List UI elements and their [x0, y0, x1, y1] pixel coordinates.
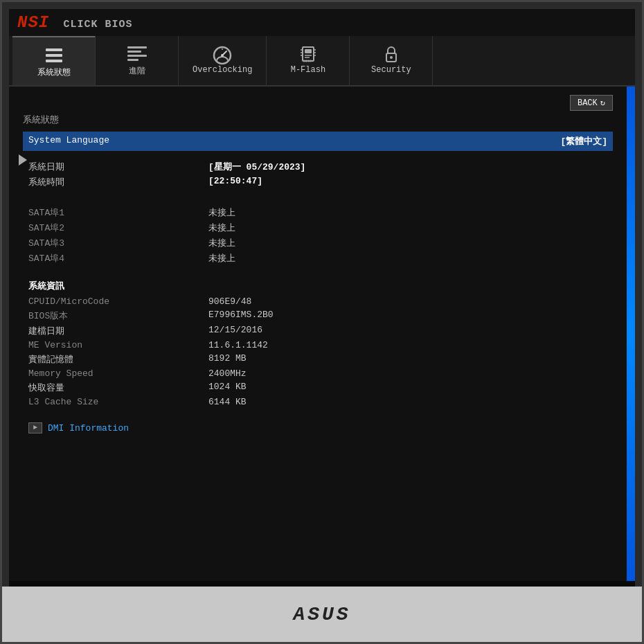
tab-system-status[interactable]: 系統狀態 — [12, 36, 96, 85]
svg-rect-14 — [305, 49, 312, 53]
sata3-row: SATA埠3 未接上 — [23, 235, 613, 251]
svg-rect-4 — [127, 51, 141, 53]
back-arrow-icon: ↻ — [600, 98, 605, 108]
sata3-value: 未接上 — [208, 237, 235, 249]
time-row[interactable]: 系統時間 [22:50:47] — [23, 175, 613, 190]
lock-icon — [380, 43, 402, 65]
sata1-row: SATA埠1 未接上 — [23, 205, 613, 220]
sys-info-row-2: 建檔日期12/15/2016 — [23, 323, 613, 339]
svg-rect-3 — [127, 46, 147, 48]
sys-info-label-2: 建檔日期 — [28, 325, 208, 337]
sys-info-value-2: 12/15/2016 — [208, 325, 262, 337]
sys-info-value-3: 11.6.1.1142 — [208, 340, 268, 350]
sys-info-label-4: 實體記憶體 — [28, 353, 208, 366]
sys-info-row-7: L3 Cache Size6144 KB — [23, 395, 613, 409]
svg-point-9 — [221, 54, 224, 57]
date-time-section: 系統日期 [星期一 05/29/2023] 系統時間 [22:50:47] — [23, 159, 613, 190]
logo-bar: nsi CLICK BIOS — [9, 9, 635, 36]
sata2-row: SATA埠2 未接上 — [23, 220, 613, 235]
sys-info-row-4: 實體記憶體8192 MB — [23, 352, 613, 367]
system-language-row[interactable]: System Language [繁體中文] — [23, 132, 613, 151]
sys-info-row-3: ME Version11.6.1.1142 — [23, 339, 613, 352]
dmi-arrow-icon: ► — [28, 422, 42, 433]
sata2-label: SATA埠2 — [28, 222, 208, 234]
dmi-information-link[interactable]: ► DMI Information — [23, 418, 613, 438]
sys-info-row-6: 快取容量1024 KB — [23, 380, 613, 395]
right-sidebar-inner — [627, 87, 635, 581]
sata2-value: 未接上 — [208, 222, 235, 234]
sata4-row: SATA埠4 未接上 — [23, 251, 613, 266]
tab-system-status-label: 系統狀態 — [37, 66, 71, 78]
bottom-bar: ASUS — [2, 587, 642, 642]
tab-m-flash-label: M-Flash — [291, 65, 325, 75]
sata1-value: 未接上 — [208, 206, 235, 219]
sata4-label: SATA埠4 — [28, 252, 208, 265]
sys-info-value-1: E7996IMS.2B0 — [208, 310, 274, 322]
sys-info-row-5: Memory Speed2400MHz — [23, 367, 613, 380]
time-label: 系統時間 — [28, 176, 208, 188]
gauge-icon — [211, 43, 233, 65]
sys-info-label-6: 快取容量 — [28, 382, 208, 394]
system-language-label: System Language — [28, 135, 560, 147]
date-value: [星期一 05/29/2023] — [208, 161, 305, 173]
system-info-header: 系統資訊 — [23, 276, 613, 295]
system-language-value: [繁體中文] — [560, 135, 607, 147]
date-row[interactable]: 系統日期 [星期一 05/29/2023] — [23, 159, 613, 175]
nav-tabs: 系統狀態 進階 — [9, 36, 635, 87]
svg-rect-6 — [127, 59, 138, 61]
system-info-section: 系統資訊 CPUID/MicroCode906E9/48BIOS版本E7996I… — [23, 276, 613, 409]
back-button[interactable]: BACK ↻ — [570, 95, 613, 111]
system-info-rows: CPUID/MicroCode906E9/48BIOS版本E7996IMS.2B… — [23, 295, 613, 409]
sata3-label: SATA埠3 — [28, 237, 208, 249]
tab-overclocking-label: Overclocking — [193, 65, 252, 75]
cursor — [19, 154, 27, 166]
sys-info-value-4: 8192 MB — [208, 353, 247, 366]
svg-rect-2 — [46, 60, 62, 62]
sys-info-row-0: CPUID/MicroCode906E9/48 — [23, 295, 613, 308]
asus-logo: ASUS — [293, 604, 350, 625]
right-sidebar — [627, 87, 635, 581]
menu-icon — [43, 44, 65, 66]
svg-text:BIOS: BIOS — [303, 60, 312, 64]
tab-advanced-label: 進階 — [129, 65, 145, 77]
sys-info-label-7: L3 Cache Size — [28, 397, 208, 407]
monitor-bezel: nsi CLICK BIOS 系統狀態 — [0, 0, 644, 644]
logo: nsi CLICK BIOS — [17, 13, 132, 32]
sys-info-value-7: 6144 KB — [208, 397, 247, 407]
sys-info-label-0: CPUID/MicroCode — [28, 296, 208, 307]
sys-info-value-5: 2400MHz — [208, 368, 247, 379]
tab-overclocking[interactable]: Overclocking — [179, 36, 267, 85]
lines-icon — [126, 43, 148, 65]
screen: nsi CLICK BIOS 系統狀態 — [9, 9, 635, 587]
main-content: BACK ↻ 系統狀態 System Language [繁體中文] 系統日期 … — [9, 87, 627, 581]
sata1-label: SATA埠1 — [28, 206, 208, 219]
back-button-row: BACK ↻ — [23, 92, 613, 114]
svg-line-10 — [217, 59, 217, 61]
svg-point-25 — [390, 56, 393, 59]
chip-icon: BIOS — [297, 43, 319, 65]
tab-m-flash[interactable]: BIOS M-Flash — [267, 36, 350, 85]
sys-info-row-1: BIOS版本E7996IMS.2B0 — [23, 308, 613, 323]
sys-info-label-1: BIOS版本 — [28, 310, 208, 322]
svg-rect-0 — [46, 48, 62, 51]
time-value: [22:50:47] — [208, 176, 262, 188]
content-area: BACK ↻ 系統狀態 System Language [繁體中文] 系統日期 … — [9, 87, 635, 581]
breadcrumb: 系統狀態 — [23, 114, 613, 126]
date-label: 系統日期 — [28, 161, 208, 173]
dmi-label: DMI Information — [48, 423, 129, 433]
svg-line-11 — [227, 59, 228, 61]
sata4-value: 未接上 — [208, 252, 235, 265]
tab-advanced[interactable]: 進階 — [96, 36, 179, 85]
sys-info-label-5: Memory Speed — [28, 368, 208, 379]
sata-section: SATA埠1 未接上 SATA埠2 未接上 SATA埠3 未接上 SATA埠4 … — [23, 205, 613, 266]
tab-security[interactable]: Security — [350, 36, 433, 85]
sys-info-value-6: 1024 KB — [208, 382, 247, 394]
svg-rect-1 — [46, 54, 62, 57]
sys-info-value-0: 906E9/48 — [208, 296, 251, 307]
sys-info-label-3: ME Version — [28, 340, 208, 350]
tab-security-label: Security — [371, 65, 411, 75]
svg-rect-5 — [127, 55, 147, 57]
